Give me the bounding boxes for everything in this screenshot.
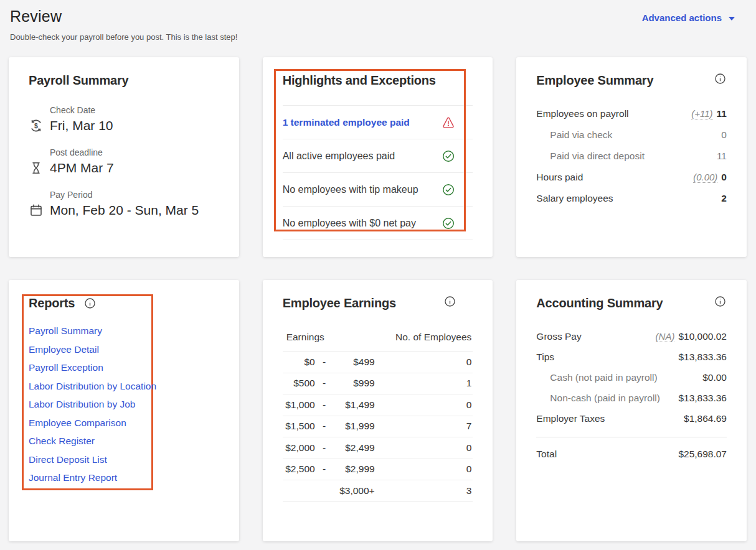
row-label: Salary employees — [536, 193, 613, 204]
highlights-rows: 1 terminated employee paidAll active emp… — [283, 105, 473, 240]
payroll-summary-item: Post deadline4PM Mar 7 — [29, 147, 219, 175]
row-value: 11 — [717, 108, 727, 119]
earnings-row: $2,000-$2,4990 — [283, 437, 473, 459]
report-link-payroll-summary[interactable]: Payroll Summary — [29, 325, 102, 337]
employee-count: 1 — [375, 378, 473, 389]
earnings-range-high: $1,999 — [334, 421, 375, 432]
earnings-table-header: Earnings No. of Employees — [283, 332, 473, 352]
row-label: Hours paid — [536, 172, 583, 183]
earnings-row: $2,500-$2,9990 — [283, 459, 473, 481]
row-right: 11 — [717, 151, 727, 162]
earnings-row: $500-$9991 — [283, 373, 473, 395]
earnings-range-dash: - — [315, 442, 334, 454]
earnings-range-low: $2,000 — [283, 442, 315, 454]
row-right: $13,833.36 — [678, 352, 727, 363]
summary-row: Gross Pay(NA)$10,000.02 — [536, 326, 727, 347]
reports-title-row: Reports — [29, 295, 219, 312]
earnings-row: $1,500-$1,9997 — [283, 416, 473, 438]
summary-row: Cash (not paid in payroll)$0.00 — [536, 367, 727, 388]
row-label: Non-cash (paid in payroll) — [550, 393, 660, 404]
page-title: Review — [10, 7, 735, 26]
report-link-labor-distribution-by-job[interactable]: Labor Distribution by Job — [29, 399, 135, 410]
row-right: $1,864.69 — [684, 413, 727, 424]
report-links: Payroll SummaryEmployee DetailPayroll Ex… — [29, 325, 219, 483]
row-right: 0 — [721, 129, 727, 141]
annotation-value[interactable]: (+11) — [691, 108, 712, 119]
earnings-range-low: $2,500 — [283, 464, 315, 475]
payroll-summary-items: Check Date$Fri, Mar 10Post deadline4PM M… — [29, 105, 219, 218]
row-label: Gross Pay — [536, 331, 581, 342]
earnings-range-dash: - — [315, 357, 334, 368]
earnings-range-dash: - — [315, 399, 334, 411]
earnings-range-dash: - — [315, 378, 334, 389]
info-icon[interactable] — [714, 72, 727, 85]
earnings-range-high: $2,999 — [334, 464, 375, 475]
highlight-label: No employees with $0 net pay — [283, 218, 416, 229]
earnings-row: $3,000+3 — [283, 480, 473, 502]
row-value: $10,000.02 — [678, 331, 727, 342]
employee-earnings-title: Employee Earnings — [283, 295, 396, 312]
row-label: Paid via check — [550, 129, 612, 141]
check-circle-icon — [442, 183, 455, 197]
field-value: Fri, Mar 10 — [50, 118, 113, 133]
row-right: (+11)11 — [691, 108, 727, 119]
reports-title: Reports — [29, 295, 75, 312]
row-label: Total — [536, 449, 557, 460]
highlight-label: All active employees paid — [283, 151, 395, 162]
payroll-review-page: Review Double-check your payroll before … — [0, 0, 756, 550]
field-value: 4PM Mar 7 — [50, 161, 114, 175]
hourglass-icon — [29, 161, 44, 175]
info-icon[interactable] — [714, 295, 727, 308]
payroll-summary-title: Payroll Summary — [29, 72, 219, 89]
field-value-row: $Fri, Mar 10 — [29, 118, 219, 133]
row-value: 0 — [721, 172, 727, 183]
field-label: Pay Period — [50, 190, 219, 200]
svg-text:$: $ — [34, 122, 38, 129]
employee-count-column-header: No. of Employees — [395, 332, 471, 343]
summary-row: Hours paid(0.00)0 — [536, 167, 727, 188]
report-link-payroll-exception[interactable]: Payroll Exception — [29, 362, 103, 373]
earnings-column-header: Earnings — [286, 332, 324, 343]
info-icon[interactable] — [443, 295, 456, 308]
employee-count: 0 — [375, 442, 473, 454]
earnings-range-dash: - — [315, 464, 334, 475]
info-icon[interactable] — [83, 297, 97, 310]
row-value: 11 — [717, 151, 727, 162]
advanced-actions-button[interactable]: Advanced actions — [642, 12, 735, 23]
accounting-summary-rows: Gross Pay(NA)$10,000.02Tips$13,833.36Cas… — [536, 326, 727, 429]
earnings-range-low: $0 — [283, 357, 315, 368]
highlight-row: No employees with $0 net pay — [283, 206, 473, 240]
summary-row: Paid via direct deposit11 — [536, 146, 727, 167]
summary-row: Paid via check0 — [536, 124, 727, 146]
highlights-card: Highlights and Exceptions 1 terminated e… — [263, 57, 493, 257]
field-value: Mon, Feb 20 - Sun, Mar 5 — [50, 203, 199, 218]
earnings-row: $0-$4990 — [283, 352, 473, 373]
highlight-link[interactable]: 1 terminated employee paid — [283, 117, 410, 128]
employee-earnings-title-row: Employee Earnings — [283, 295, 473, 312]
report-link-employee-comparison[interactable]: Employee Comparison — [29, 417, 126, 429]
payroll-summary-item: Check Date$Fri, Mar 10 — [29, 105, 219, 133]
report-link-journal-entry-report[interactable]: Journal Entry Report — [29, 472, 117, 483]
report-link-labor-distribution-by-location[interactable]: Labor Distribution by Location — [29, 381, 156, 392]
row-right: (NA)$10,000.02 — [656, 331, 727, 342]
employee-summary-card: Employee Summary Employees on payroll(+1… — [516, 57, 747, 257]
report-link-employee-detail[interactable]: Employee Detail — [29, 344, 99, 355]
highlight-row: 1 terminated employee paid — [283, 105, 473, 139]
row-label: Cash (not paid in payroll) — [550, 372, 657, 383]
total-row: Total $25,698.07 — [536, 442, 727, 466]
employee-count: 0 — [375, 357, 473, 368]
annotation-value[interactable]: (0.00) — [693, 172, 717, 183]
row-label: Employer Taxes — [536, 413, 605, 424]
field-value-row: Mon, Feb 20 - Sun, Mar 5 — [29, 203, 219, 218]
earnings-range-dash: - — [315, 421, 334, 432]
advanced-actions-label: Advanced actions — [642, 12, 722, 23]
payroll-summary-item: Pay PeriodMon, Feb 20 - Sun, Mar 5 — [29, 190, 219, 218]
highlight-row: All active employees paid — [283, 139, 473, 172]
summary-row: Non-cash (paid in payroll)$13,833.36 — [536, 388, 727, 408]
report-link-check-register[interactable]: Check Register — [29, 436, 95, 447]
earnings-range-high: $3,000+ — [334, 485, 375, 496]
employee-count: 3 — [375, 485, 473, 496]
annotation-value[interactable]: (NA) — [656, 331, 675, 342]
row-value: $13,833.36 — [678, 393, 727, 404]
report-link-direct-deposit-list[interactable]: Direct Deposit List — [29, 454, 107, 465]
